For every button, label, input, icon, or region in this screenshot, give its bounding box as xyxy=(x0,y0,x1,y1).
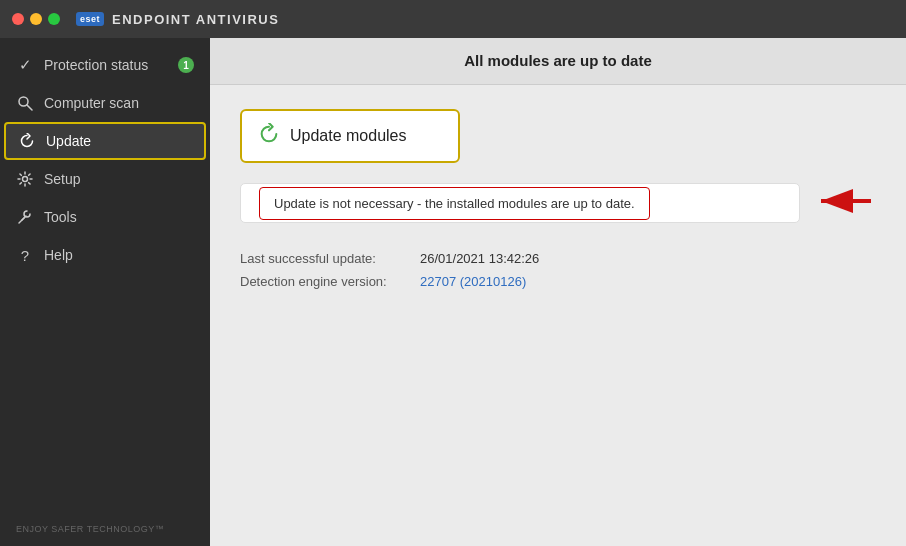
content-body: Update modules Update is not necessary -… xyxy=(210,85,906,546)
update-modules-icon xyxy=(258,123,280,149)
content-header: All modules are up to date xyxy=(210,38,906,85)
protection-badge: 1 xyxy=(178,57,194,73)
sidebar-label-setup: Setup xyxy=(44,171,81,187)
last-update-row: Last successful update: 26/01/2021 13:42… xyxy=(240,251,876,266)
svg-point-2 xyxy=(23,177,28,182)
sidebar-label-computer-scan: Computer scan xyxy=(44,95,139,111)
search-icon xyxy=(16,94,34,112)
sidebar-item-update[interactable]: Update xyxy=(4,122,206,160)
traffic-lights xyxy=(12,13,60,25)
info-section: Last successful update: 26/01/2021 13:42… xyxy=(240,243,876,305)
status-row: Update is not necessary - the installed … xyxy=(240,183,876,223)
update-modules-button[interactable]: Update modules xyxy=(240,109,460,163)
maximize-button[interactable] xyxy=(48,13,60,25)
status-container: Update is not necessary - the installed … xyxy=(240,183,800,223)
gear-icon xyxy=(16,170,34,188)
last-update-label: Last successful update: xyxy=(240,251,420,266)
red-arrow-icon xyxy=(816,186,876,220)
question-icon: ? xyxy=(16,246,34,264)
sidebar-label-tools: Tools xyxy=(44,209,77,225)
sidebar-item-tools[interactable]: Tools xyxy=(0,198,210,236)
sidebar-item-help[interactable]: ? Help xyxy=(0,236,210,274)
sidebar: ✓ Protection status 1 Computer scan xyxy=(0,38,210,546)
sidebar-footer: ENJOY SAFER TECHNOLOGY™ xyxy=(0,512,210,546)
sidebar-item-computer-scan[interactable]: Computer scan xyxy=(0,84,210,122)
engine-version-link[interactable]: 22707 (20210126) xyxy=(420,274,526,289)
content-area: All modules are up to date Update module… xyxy=(210,38,906,546)
app-logo: eset ENDPOINT ANTIVIRUS xyxy=(76,12,279,27)
content-header-title: All modules are up to date xyxy=(464,52,652,69)
engine-version-row: Detection engine version: 22707 (2021012… xyxy=(240,274,876,289)
main-layout: ✓ Protection status 1 Computer scan xyxy=(0,38,906,546)
sidebar-label-update: Update xyxy=(46,133,91,149)
sidebar-label-help: Help xyxy=(44,247,73,263)
checkmark-icon: ✓ xyxy=(16,56,34,74)
close-button[interactable] xyxy=(12,13,24,25)
update-btn-label: Update modules xyxy=(290,127,407,145)
update-btn-container: Update modules xyxy=(240,109,876,163)
nav-menu: ✓ Protection status 1 Computer scan xyxy=(0,38,210,512)
status-message: Update is not necessary - the installed … xyxy=(259,187,650,220)
sidebar-label-protection-status: Protection status xyxy=(44,57,148,73)
eset-logo-icon: eset xyxy=(76,12,104,26)
sidebar-item-setup[interactable]: Setup xyxy=(0,160,210,198)
app-title: ENDPOINT ANTIVIRUS xyxy=(112,12,279,27)
tools-icon xyxy=(16,208,34,226)
engine-version-label: Detection engine version: xyxy=(240,274,420,289)
titlebar: eset ENDPOINT ANTIVIRUS xyxy=(0,0,906,38)
minimize-button[interactable] xyxy=(30,13,42,25)
last-update-value: 26/01/2021 13:42:26 xyxy=(420,251,539,266)
update-icon xyxy=(18,132,36,150)
sidebar-item-protection-status[interactable]: ✓ Protection status 1 xyxy=(0,46,210,84)
svg-line-1 xyxy=(27,105,32,110)
